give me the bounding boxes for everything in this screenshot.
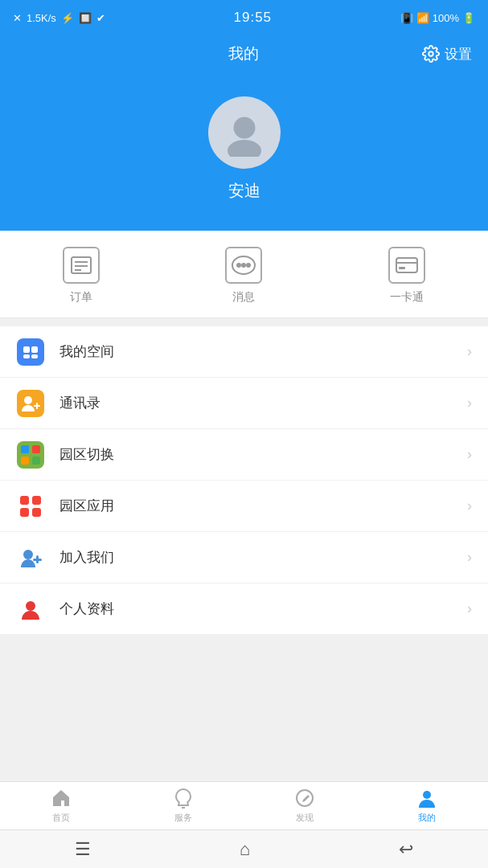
quick-actions: 订单 消息 一卡通 <box>0 231 488 318</box>
svg-rect-26 <box>21 457 29 465</box>
messages-label: 消息 <box>232 290 255 305</box>
svg-rect-24 <box>21 445 29 453</box>
svg-point-10 <box>247 264 250 267</box>
status-right: 📳 📶 100% 🔋 <box>400 12 475 24</box>
svg-point-38 <box>26 601 35 611</box>
orders-label: 订单 <box>70 290 92 305</box>
svg-rect-31 <box>20 508 29 517</box>
svg-rect-25 <box>32 445 40 453</box>
svg-rect-36 <box>33 559 42 561</box>
park-switch-arrow: › <box>467 446 472 463</box>
tab-discover-label: 发现 <box>296 812 314 824</box>
svg-rect-16 <box>31 346 38 353</box>
quick-action-orders[interactable]: 订单 <box>63 247 100 305</box>
svg-rect-22 <box>34 405 40 407</box>
svg-point-34 <box>23 550 33 559</box>
battery-percent: 100% <box>433 12 459 24</box>
park-switch-label: 园区切换 <box>59 445 467 464</box>
menu-item-park-apps[interactable]: 园区应用 › <box>0 481 488 532</box>
svg-point-1 <box>233 117 255 139</box>
contacts-label: 通讯录 <box>59 394 467 412</box>
svg-rect-29 <box>20 496 29 505</box>
battery-icon: 🔋 <box>462 12 475 24</box>
tab-service[interactable]: 服务 <box>122 788 244 824</box>
svg-rect-23 <box>17 441 44 469</box>
svg-point-20 <box>24 396 32 404</box>
tab-mine[interactable]: 我的 <box>366 788 488 824</box>
messages-icon <box>225 247 262 284</box>
svg-rect-13 <box>399 267 405 269</box>
personal-profile-arrow: › <box>467 600 472 617</box>
svg-rect-17 <box>23 354 30 358</box>
avatar[interactable] <box>208 96 281 169</box>
park-switch-icon <box>16 440 45 469</box>
svg-rect-27 <box>32 457 40 465</box>
system-nav-bar: ☰ ⌂ ↩ <box>0 829 488 868</box>
check-icon: ✔ <box>96 12 105 24</box>
svg-point-0 <box>429 51 433 56</box>
header: 我的 设置 <box>0 35 488 88</box>
svg-rect-14 <box>17 338 44 366</box>
menu-item-join-us[interactable]: 加入我们 › <box>0 532 488 583</box>
svg-rect-32 <box>32 508 41 517</box>
svg-rect-18 <box>31 354 38 358</box>
wifi-icon: 📶 <box>416 12 429 24</box>
svg-rect-15 <box>23 346 30 353</box>
menu-item-personal-profile[interactable]: 个人资料 › <box>0 583 488 635</box>
svg-point-9 <box>242 264 245 267</box>
svg-point-8 <box>237 264 240 267</box>
settings-label: 设置 <box>445 45 472 63</box>
nav-menu-button[interactable]: ☰ <box>75 839 91 860</box>
nav-back-button[interactable]: ↩ <box>399 839 413 860</box>
status-time: 19:55 <box>234 10 273 26</box>
menu-item-park-switch[interactable]: 园区切换 › <box>0 429 488 481</box>
bottom-tab-bar: 首页 服务 发现 我的 <box>0 781 488 829</box>
orders-icon <box>63 247 100 284</box>
quick-action-card[interactable]: 一卡通 <box>388 247 425 305</box>
my-space-arrow: › <box>467 343 472 360</box>
personal-profile-icon <box>16 595 45 624</box>
svg-point-2 <box>228 140 261 157</box>
status-bar: ✕ 1.5K/s ⚡ 🔲 ✔ 19:55 📳 📶 100% 🔋 <box>0 0 488 35</box>
card-label: 一卡通 <box>390 290 424 305</box>
tab-discover[interactable]: 发现 <box>244 788 367 824</box>
quick-action-messages[interactable]: 消息 <box>225 247 262 305</box>
vibrate-icon: 📳 <box>400 12 413 24</box>
tab-home-label: 首页 <box>52 812 70 824</box>
contacts-arrow: › <box>467 395 472 411</box>
menu-list: 我的空间 › 通讯录 › 园区切换 › <box>0 326 488 635</box>
settings-button[interactable]: 设置 <box>422 45 472 63</box>
tab-mine-label: 我的 <box>418 812 436 824</box>
page-title: 我的 <box>228 43 259 64</box>
park-apps-icon <box>16 492 45 521</box>
profile-section: 安迪 <box>0 88 488 231</box>
my-space-label: 我的空间 <box>59 342 467 361</box>
join-us-arrow: › <box>467 549 472 566</box>
tab-home[interactable]: 首页 <box>0 788 122 824</box>
menu-item-contacts[interactable]: 通讯录 › <box>0 378 488 429</box>
park-apps-arrow: › <box>467 497 472 514</box>
nav-home-button[interactable]: ⌂ <box>240 839 250 860</box>
svg-point-43 <box>423 791 431 799</box>
network-speed: 1.5K/s <box>27 12 56 24</box>
join-us-icon <box>16 543 45 572</box>
sim-icon: 🔲 <box>79 12 92 24</box>
network-icon: ✕ <box>13 12 22 24</box>
join-us-label: 加入我们 <box>59 548 467 567</box>
park-apps-label: 园区应用 <box>59 497 467 515</box>
usb-icon: ⚡ <box>61 12 74 24</box>
card-icon <box>388 247 425 284</box>
status-left: ✕ 1.5K/s ⚡ 🔲 ✔ <box>13 12 105 24</box>
profile-name: 安迪 <box>228 180 260 202</box>
svg-rect-11 <box>396 258 417 272</box>
contacts-icon <box>16 389 45 418</box>
svg-marker-42 <box>302 795 310 802</box>
personal-profile-label: 个人资料 <box>59 600 467 618</box>
my-space-icon <box>16 338 45 366</box>
tab-service-label: 服务 <box>174 812 192 824</box>
menu-item-my-space[interactable]: 我的空间 › <box>0 326 488 378</box>
section-divider <box>0 318 488 326</box>
svg-rect-30 <box>32 496 41 505</box>
